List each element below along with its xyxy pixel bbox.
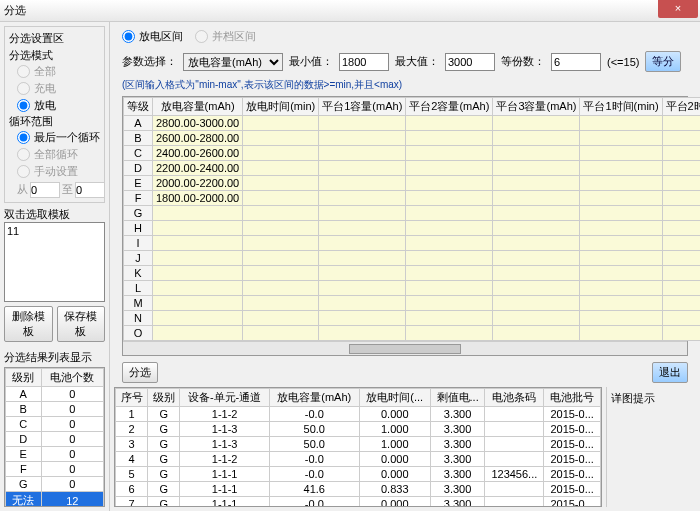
titlebar: 分选 × <box>0 0 700 22</box>
btn-delete-template[interactable]: 删除模板 <box>4 306 53 342</box>
table-row[interactable]: H <box>124 221 701 236</box>
btn-save-template[interactable]: 保存模板 <box>57 306 106 342</box>
table-row[interactable]: D2200.00-2400.00 <box>124 161 701 176</box>
table-row[interactable]: B0 <box>6 402 104 417</box>
table-row[interactable]: K <box>124 266 701 281</box>
table-row[interactable]: 2G1-1-350.01.0003.3002015-0... <box>116 422 601 437</box>
table-row[interactable]: F0 <box>6 462 104 477</box>
table-row[interactable]: 4G1-1-2-0.00.0003.3002015-0... <box>116 452 601 467</box>
summary-title: 分选结果列表显示 <box>4 350 105 365</box>
table-row[interactable]: I <box>124 236 701 251</box>
table-row[interactable]: N <box>124 311 701 326</box>
tab-range[interactable]: 放电区间 <box>122 28 183 45</box>
table-row[interactable]: B2600.00-2800.00 <box>124 131 701 146</box>
summary-grid[interactable]: 级别电池个数 A0B0C0D0E0F0G0无法12 <box>4 367 105 507</box>
table-row[interactable]: D0 <box>6 432 104 447</box>
dbl-title: 双击选取模板 <box>4 207 105 222</box>
to-input[interactable] <box>75 182 105 198</box>
table-row[interactable]: A0 <box>6 387 104 402</box>
table-row[interactable]: 5G1-1-1-0.00.0003.300123456...2015-0... <box>116 467 601 482</box>
table-row[interactable]: E2000.00-2200.00 <box>124 176 701 191</box>
table-row[interactable]: C2400.00-2600.00 <box>124 146 701 161</box>
table-row[interactable]: 7G1-1-1-0.00.0003.3002015-0... <box>116 497 601 508</box>
table-row[interactable]: G <box>124 206 701 221</box>
param-select[interactable]: 放电容量(mAh) <box>183 53 283 71</box>
btn-exit[interactable]: 退出 <box>652 362 688 383</box>
table-row[interactable]: 6G1-1-141.60.8333.3002015-0... <box>116 482 601 497</box>
template-listbox[interactable]: 11 <box>4 222 105 302</box>
settings-title: 分选设置区 <box>9 31 100 46</box>
btn-split[interactable]: 等分 <box>645 51 681 72</box>
detail-hint-panel: 详图提示 <box>606 387 696 507</box>
table-row[interactable]: 无法12 <box>6 492 104 508</box>
mode-title: 分选模式 <box>9 48 100 63</box>
from-input[interactable] <box>30 182 60 198</box>
input-hint: (区间输入格式为"min-max",表示该区间的数据>=min,并且<max) <box>114 76 696 94</box>
h-scrollbar[interactable] <box>123 341 687 355</box>
table-row[interactable]: C0 <box>6 417 104 432</box>
table-row[interactable]: L <box>124 281 701 296</box>
table-row[interactable]: G0 <box>6 477 104 492</box>
table-row[interactable]: J <box>124 251 701 266</box>
range-grid[interactable]: 等级放电容量(mAh)放电时间(min)平台1容量(mAh)平台2容量(mAh)… <box>122 96 688 356</box>
tab-step[interactable]: 并档区间 <box>195 28 256 45</box>
step-input[interactable] <box>551 53 601 71</box>
close-button[interactable]: × <box>658 0 698 18</box>
mode-charge[interactable]: 充电 <box>17 80 100 97</box>
table-row[interactable]: 3G1-1-350.01.0003.3002015-0... <box>116 437 601 452</box>
mode-all[interactable]: 全部 <box>17 63 100 80</box>
min-input[interactable] <box>339 53 389 71</box>
list-item[interactable]: 11 <box>7 225 102 237</box>
table-row[interactable]: 1G1-1-2-0.00.0003.3002015-0... <box>116 407 601 422</box>
table-row[interactable]: A2800.00-3000.00 <box>124 116 701 131</box>
table-row[interactable]: F1800.00-2000.00 <box>124 191 701 206</box>
btn-sort[interactable]: 分选 <box>122 362 158 383</box>
table-row[interactable]: E0 <box>6 447 104 462</box>
range-manual[interactable]: 手动设置 <box>17 163 100 180</box>
range-last[interactable]: 最后一个循环 <box>17 129 100 146</box>
table-row[interactable]: O <box>124 326 701 341</box>
table-row[interactable]: M <box>124 296 701 311</box>
window-title: 分选 <box>4 3 696 18</box>
max-input[interactable] <box>445 53 495 71</box>
mode-discharge[interactable]: 放电 <box>17 97 100 114</box>
range-title: 循环范围 <box>9 114 100 129</box>
settings-group: 分选设置区 分选模式 全部 充电 放电 循环范围 最后一个循环 全部循环 手动设… <box>4 26 105 203</box>
range-all[interactable]: 全部循环 <box>17 146 100 163</box>
detail-grid[interactable]: 序号级别设备-单元-通道放电容量(mAh)放电时间(...剩值电...电池条码电… <box>114 387 602 507</box>
